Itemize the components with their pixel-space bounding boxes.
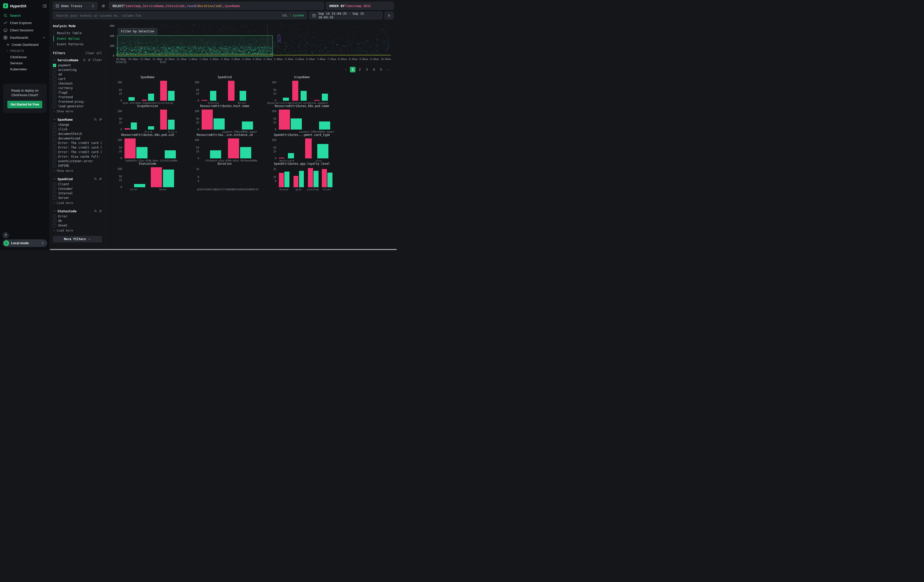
facet-search-icon[interactable] bbox=[83, 58, 86, 61]
sidebar-item-dashboards[interactable]: Dashboards bbox=[0, 34, 50, 41]
checkbox[interactable] bbox=[53, 82, 56, 85]
filter-option[interactable]: Error: The credit card (… bbox=[53, 145, 102, 150]
get-started-button[interactable]: Get Started for Free bbox=[7, 101, 43, 108]
filter-option[interactable]: documentFetch bbox=[53, 132, 102, 136]
chevron-down-icon[interactable] bbox=[53, 58, 56, 61]
show-more-link[interactable]: Load more bbox=[53, 228, 102, 233]
pin-icon[interactable] bbox=[99, 118, 102, 121]
checkbox[interactable] bbox=[53, 137, 56, 140]
clear-all-filters-link[interactable]: Clear all bbox=[86, 51, 102, 55]
filter-option[interactable]: flagd bbox=[53, 90, 102, 95]
filter-option[interactable]: documentLoad bbox=[53, 136, 102, 141]
checkbox[interactable] bbox=[53, 142, 56, 145]
language-toggle-lucene[interactable]: Lucene bbox=[293, 14, 304, 17]
filter-option[interactable]: accounting bbox=[53, 68, 102, 72]
filter-option[interactable]: EXPIRE bbox=[53, 163, 102, 168]
help-button[interactable]: ? bbox=[3, 232, 9, 238]
filter-option[interactable]: Unset bbox=[53, 223, 102, 228]
checkbox[interactable] bbox=[53, 187, 56, 191]
checkbox[interactable] bbox=[53, 73, 56, 76]
filter-option[interactable]: change bbox=[53, 122, 102, 127]
checkbox[interactable] bbox=[53, 87, 56, 90]
sidebar-item-services[interactable]: Services bbox=[0, 60, 50, 66]
facet-search-icon[interactable] bbox=[94, 177, 97, 180]
page-button-3[interactable]: 3 bbox=[364, 67, 370, 73]
checkbox[interactable] bbox=[53, 77, 56, 81]
filter-option[interactable]: Ok bbox=[53, 219, 102, 223]
filter-option[interactable]: load-generator bbox=[53, 104, 102, 109]
clear-filter-link[interactable]: Clear bbox=[93, 58, 102, 62]
filter-option[interactable]: cart bbox=[53, 77, 102, 81]
sidebar-item-kubernetes[interactable]: Kubernetes bbox=[0, 66, 50, 72]
filter-option[interactable]: eventListener.error bbox=[53, 159, 102, 163]
filter-option[interactable]: checkout bbox=[53, 81, 102, 86]
horizontal-scrollbar[interactable] bbox=[50, 249, 397, 250]
language-toggle-sql[interactable]: SQL bbox=[282, 14, 288, 17]
filter-option[interactable]: ad bbox=[53, 72, 102, 77]
checkbox[interactable] bbox=[53, 215, 56, 218]
analysis-mode-results-table[interactable]: Results Table bbox=[53, 30, 102, 36]
page-button-5[interactable]: 5 bbox=[378, 67, 384, 73]
page-button-1[interactable]: 1 bbox=[350, 67, 355, 73]
source-select[interactable]: Demo Traces bbox=[53, 2, 97, 10]
checkbox[interactable] bbox=[53, 155, 56, 158]
checkbox[interactable] bbox=[53, 192, 56, 195]
checkbox[interactable] bbox=[53, 160, 56, 163]
checkbox[interactable] bbox=[53, 183, 56, 186]
checkbox[interactable] bbox=[53, 150, 56, 154]
sidebar-item-create-dashboard[interactable]: Create Dashboard bbox=[0, 41, 50, 48]
pin-icon[interactable] bbox=[99, 209, 102, 213]
date-range-picker[interactable]: Sep 14 22:04:35 - Sep 15 10:04:35 bbox=[309, 12, 383, 19]
filter-option[interactable]: Error: Visa cache full: … bbox=[53, 154, 102, 159]
page-button-4[interactable]: 4 bbox=[371, 67, 377, 73]
filter-option[interactable]: frontend-proxy bbox=[53, 99, 102, 104]
sidebar-item-chart-explorer[interactable]: Chart Explorer bbox=[0, 19, 50, 26]
sql-select-editor[interactable]: SELECT Timestamp, ServiceName, StatusCod… bbox=[109, 2, 324, 10]
chevron-down-icon[interactable] bbox=[53, 118, 56, 121]
sidebar-item-clickhouse[interactable]: ClickHouse bbox=[0, 54, 50, 60]
prev-page-button[interactable]: ‹ bbox=[343, 67, 348, 73]
pin-icon[interactable] bbox=[99, 177, 102, 180]
local-mode-button[interactable]: U Local mode bbox=[3, 239, 47, 247]
checkbox[interactable] bbox=[53, 68, 56, 72]
filter-option[interactable]: currency bbox=[53, 86, 102, 90]
filter-option[interactable]: Consumer bbox=[53, 186, 102, 191]
analysis-mode-event-deltas[interactable]: Event Deltas bbox=[53, 36, 102, 41]
run-query-button[interactable] bbox=[384, 12, 394, 19]
checkbox[interactable] bbox=[53, 128, 56, 131]
filter-option[interactable]: payment bbox=[53, 63, 102, 68]
filter-option[interactable]: click bbox=[53, 127, 102, 132]
sidebar-item-search[interactable]: Search bbox=[0, 12, 50, 19]
checkbox[interactable] bbox=[53, 91, 56, 94]
checkbox[interactable] bbox=[53, 100, 56, 104]
pin-icon[interactable] bbox=[88, 58, 91, 61]
filter-option[interactable]: Error: The credit card (… bbox=[53, 150, 102, 154]
filter-option[interactable]: Error: The credit card (… bbox=[53, 141, 102, 145]
checkbox[interactable] bbox=[53, 96, 56, 99]
checkbox[interactable] bbox=[53, 132, 56, 136]
source-settings-button[interactable] bbox=[99, 2, 107, 10]
sidebar-item-client-sessions[interactable]: Client Sessions bbox=[0, 26, 50, 34]
filter-option[interactable]: Internal bbox=[53, 191, 102, 196]
more-filters-button[interactable]: More filters bbox=[53, 236, 102, 242]
chevron-down-icon[interactable] bbox=[53, 177, 56, 180]
show-more-link[interactable]: Load more bbox=[53, 200, 102, 206]
filter-option[interactable]: Client bbox=[53, 182, 102, 186]
events-timeline-chart[interactable]: 6004002000 Filter by Selection bbox=[116, 25, 391, 56]
facet-search-icon[interactable] bbox=[94, 209, 97, 213]
filter-by-selection-button[interactable]: Filter by Selection bbox=[118, 28, 157, 35]
chevron-down-icon[interactable] bbox=[53, 209, 56, 213]
analysis-mode-event-patterns[interactable]: Event Patterns bbox=[53, 41, 102, 47]
page-button-2[interactable]: 2 bbox=[357, 67, 363, 73]
checkbox[interactable] bbox=[53, 196, 56, 199]
sidebar-presets-header[interactable]: PRESETS bbox=[0, 48, 50, 54]
show-more-link[interactable]: Show more bbox=[53, 109, 102, 114]
filter-option[interactable]: frontend bbox=[53, 95, 102, 99]
selection-region[interactable] bbox=[117, 35, 272, 57]
checkbox[interactable] bbox=[53, 123, 56, 127]
filter-option[interactable]: Error bbox=[53, 214, 102, 219]
checkbox[interactable] bbox=[53, 146, 56, 149]
checkbox[interactable] bbox=[53, 164, 56, 168]
next-page-button[interactable]: › bbox=[385, 67, 391, 73]
checkbox[interactable] bbox=[53, 224, 56, 227]
